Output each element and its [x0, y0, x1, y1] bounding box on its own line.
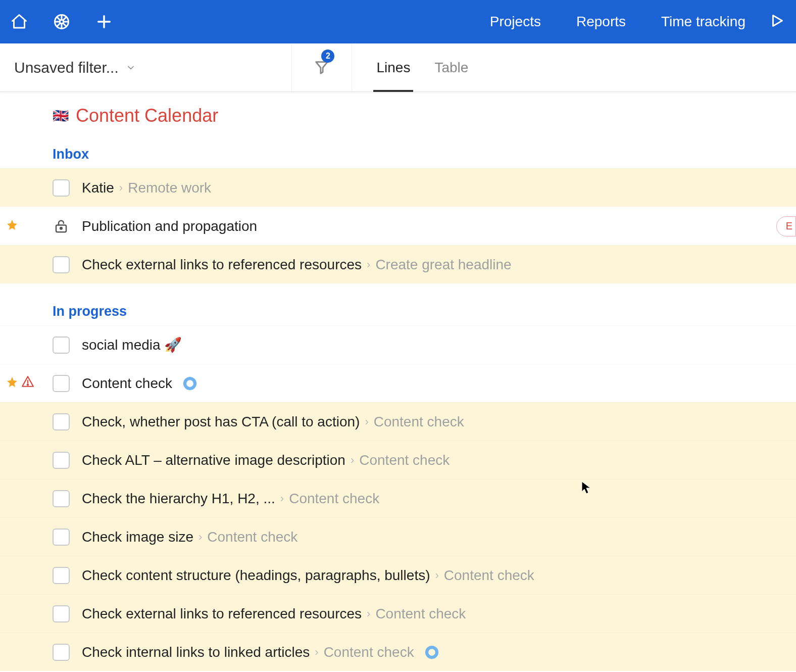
task-checkbox[interactable] [53, 256, 70, 273]
section-in-progress-header[interactable]: In progress [0, 304, 796, 319]
breadcrumb-sep-icon: › [119, 181, 123, 195]
task-label: Katie [82, 180, 114, 196]
task-crumb: Content check [374, 414, 464, 430]
row-gutter [0, 479, 48, 517]
breadcrumb-sep-icon: › [315, 646, 318, 659]
filter-button[interactable]: 2 [291, 43, 352, 91]
add-icon[interactable] [94, 12, 114, 32]
svg-line-7 [63, 23, 67, 27]
filter-label: Unsaved filter... [14, 59, 119, 76]
row-gutter [0, 633, 48, 671]
task-checkbox[interactable] [53, 413, 70, 430]
view-tabs: Lines Table [352, 43, 492, 91]
row-gutter [0, 556, 48, 594]
tab-lines[interactable]: Lines [376, 43, 410, 91]
svg-point-13 [60, 227, 62, 229]
filter-badge: 2 [321, 50, 334, 63]
task-badge[interactable]: E [776, 216, 796, 236]
row-gutter [0, 595, 48, 633]
task-row[interactable]: Check, whether post has CTA (call to act… [0, 402, 796, 441]
task-checkbox[interactable] [53, 644, 70, 661]
breadcrumb-sep-icon: › [365, 415, 368, 428]
task-label: Check internal links to linked articles [82, 644, 310, 660]
svg-point-16 [185, 378, 195, 389]
task-crumb: Create great headline [375, 257, 511, 273]
topbar-nav: Projects Reports Time tracking [490, 14, 745, 30]
filterbar: Unsaved filter... 2 Lines Table [0, 43, 796, 92]
row-gutter [0, 441, 48, 479]
tab-table[interactable]: Table [434, 43, 468, 91]
svg-line-8 [63, 17, 67, 20]
page-title-text[interactable]: Content Calendar [76, 105, 218, 126]
wheel-icon[interactable] [52, 12, 72, 32]
content: 🇬🇧 Content Calendar Inbox Katie › Remote… [0, 92, 796, 671]
task-label: Check image size [82, 529, 193, 545]
task-label: Check ALT – alternative image descriptio… [82, 452, 345, 468]
row-gutter [0, 364, 48, 402]
filter-dropdown[interactable]: Unsaved filter... [0, 43, 150, 91]
svg-point-17 [427, 647, 437, 657]
task-label: Check the hierarchy H1, H2, ... [82, 491, 275, 507]
task-row[interactable]: Check internal links to linked articles … [0, 633, 796, 671]
task-checkbox[interactable] [53, 490, 70, 507]
task-crumb: Content check [375, 606, 466, 622]
task-label: Check, whether post has CTA (call to act… [82, 414, 360, 430]
task-crumb: Content check [207, 529, 297, 545]
play-icon[interactable] [768, 12, 786, 32]
row-gutter [0, 169, 48, 207]
task-crumb: Remote work [128, 180, 211, 196]
section-inbox-header[interactable]: Inbox [0, 147, 796, 162]
task-row[interactable]: Katie › Remote work [0, 168, 796, 207]
page-title: 🇬🇧 Content Calendar [0, 105, 796, 126]
task-checkbox[interactable] [53, 605, 70, 622]
task-label: Publication and propagation [82, 218, 257, 234]
progress-ring-icon [424, 645, 439, 660]
task-row[interactable]: Check content structure (headings, parag… [0, 556, 796, 594]
task-checkbox[interactable] [53, 452, 70, 469]
task-row[interactable]: social media 🚀 [0, 325, 796, 364]
breadcrumb-sep-icon: › [367, 607, 370, 620]
breadcrumb-sep-icon: › [435, 569, 439, 582]
nav-time-tracking[interactable]: Time tracking [661, 14, 745, 30]
topbar: Projects Reports Time tracking [0, 0, 796, 43]
task-row[interactable]: Check external links to referenced resou… [0, 245, 796, 283]
task-label: Content check [82, 375, 172, 392]
task-row[interactable]: Content check [0, 364, 796, 402]
home-icon[interactable] [9, 12, 29, 32]
task-checkbox[interactable] [53, 375, 70, 392]
svg-line-9 [57, 23, 60, 27]
star-icon[interactable] [6, 218, 18, 234]
nav-reports[interactable]: Reports [576, 14, 626, 30]
row-gutter [0, 403, 48, 441]
nav-projects[interactable]: Projects [490, 14, 541, 30]
task-crumb: Content check [289, 491, 379, 507]
breadcrumb-sep-icon: › [351, 454, 354, 467]
task-row[interactable]: Check external links to referenced resou… [0, 594, 796, 633]
chevron-down-icon [126, 59, 136, 76]
row-gutter [0, 518, 48, 556]
task-row[interactable]: Check the hierarchy H1, H2, ... › Conten… [0, 479, 796, 517]
task-label: Check external links to referenced resou… [82, 606, 362, 622]
task-label: Check external links to referenced resou… [82, 257, 362, 273]
task-row[interactable]: Check image size › Content check [0, 517, 796, 556]
progress-ring-icon [182, 376, 197, 391]
star-icon[interactable] [6, 375, 18, 392]
task-checkbox[interactable] [53, 529, 70, 546]
warning-icon [21, 375, 34, 392]
task-label: social media 🚀 [82, 337, 182, 353]
task-checkbox[interactable] [53, 179, 70, 197]
lock-icon [53, 218, 70, 235]
task-checkbox[interactable] [53, 337, 70, 354]
row-gutter [0, 326, 48, 364]
row-gutter [0, 207, 48, 245]
svg-point-1 [60, 20, 64, 24]
task-checkbox[interactable] [53, 567, 70, 584]
task-crumb: Content check [324, 644, 414, 660]
row-gutter [0, 246, 48, 283]
topbar-left-actions [5, 12, 114, 32]
breadcrumb-sep-icon: › [280, 492, 284, 505]
task-crumb: Content check [444, 567, 534, 584]
task-row[interactable]: Publication and propagation E [0, 207, 796, 245]
task-row[interactable]: Check ALT – alternative image descriptio… [0, 441, 796, 479]
flag-icon: 🇬🇧 [53, 109, 69, 122]
